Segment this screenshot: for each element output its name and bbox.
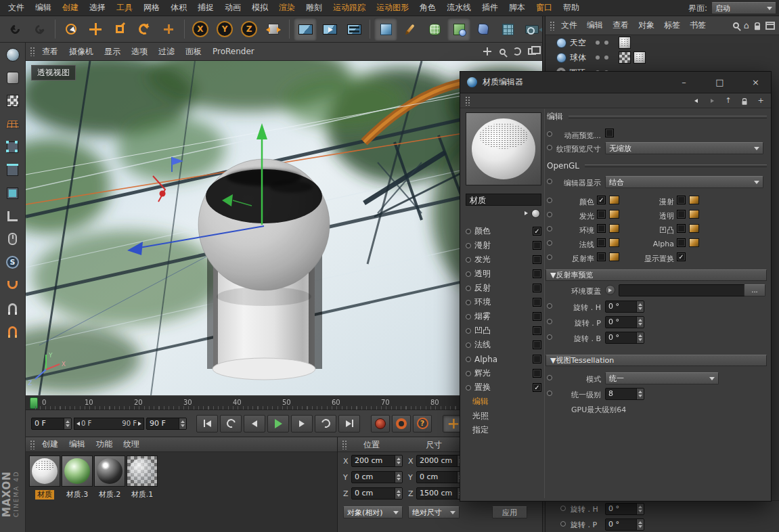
- rotation-p-input[interactable]: 0 °: [605, 316, 644, 328]
- gl-transparency-checkbox[interactable]: [677, 210, 686, 219]
- menu-sculpt[interactable]: 雕刻: [301, 0, 328, 16]
- redo-button[interactable]: [28, 18, 51, 41]
- points-mode-button[interactable]: [1, 136, 24, 158]
- rotation-b-input[interactable]: 0 °: [605, 332, 644, 344]
- gl-normal-checkbox[interactable]: [597, 238, 606, 247]
- interface-dropdown[interactable]: 启动: [711, 2, 776, 14]
- search-icon[interactable]: [733, 22, 739, 28]
- grip-icon[interactable]: [550, 21, 556, 30]
- channel-checkbox[interactable]: [533, 369, 541, 378]
- move-tool-button[interactable]: [84, 18, 107, 41]
- subdivision-surface-button[interactable]: [423, 18, 446, 41]
- env-override-expand-button[interactable]: [605, 285, 615, 295]
- close-button[interactable]: ×: [740, 72, 771, 93]
- tessellation-mode-dropdown[interactable]: 统一: [605, 372, 719, 384]
- displacement-tag[interactable]: [633, 51, 646, 64]
- channel-row-reflectance[interactable]: 反射: [466, 281, 541, 295]
- section-illumination[interactable]: 光照: [466, 409, 541, 423]
- menu-tools[interactable]: 工具: [111, 0, 138, 16]
- channel-checkbox[interactable]: [533, 340, 541, 349]
- scale-tool-button[interactable]: [108, 18, 131, 41]
- workplane-mode-button[interactable]: [1, 113, 24, 135]
- channel-row-normal[interactable]: 法线: [466, 338, 541, 352]
- rotation-p-input[interactable]: 0 °: [605, 518, 644, 531]
- channel-checkbox[interactable]: [533, 298, 541, 307]
- menu-edit[interactable]: 编辑: [30, 0, 57, 16]
- channel-row-diffusion[interactable]: 漫射: [466, 238, 541, 252]
- end-frame-input[interactable]: 90 F: [146, 418, 187, 430]
- render-picture-viewer-button[interactable]: [318, 18, 341, 41]
- animation-dot[interactable]: [560, 521, 566, 527]
- animation-dot[interactable]: [547, 334, 552, 340]
- material-thumbnail[interactable]: [94, 456, 125, 487]
- menu-file[interactable]: 文件: [3, 0, 30, 16]
- object-row-sky[interactable]: 天空: [546, 35, 779, 50]
- channel-row-environment[interactable]: 环境: [466, 295, 541, 309]
- gl-alpha-checkbox[interactable]: [677, 238, 686, 247]
- texture-preview-icon[interactable]: [689, 196, 699, 204]
- primitive-cube-button[interactable]: [374, 18, 397, 41]
- om-menu-edit[interactable]: 编辑: [583, 20, 607, 31]
- animation-dot[interactable]: [547, 179, 552, 184]
- texture-preview-icon[interactable]: [689, 210, 699, 219]
- coordinate-system-button[interactable]: [262, 18, 285, 41]
- viewport-menu-prorender[interactable]: ProRender: [208, 47, 259, 56]
- channel-row-glow[interactable]: 辉光: [466, 366, 541, 380]
- editor-visibility-dot[interactable]: [596, 41, 600, 45]
- texture-preview-size-dropdown[interactable]: 无缩放: [605, 142, 763, 154]
- apply-button[interactable]: 应用: [492, 506, 527, 518]
- toggle-view-button[interactable]: [526, 45, 538, 58]
- menu-select[interactable]: 选择: [84, 0, 111, 16]
- object-name[interactable]: 球体: [570, 52, 586, 64]
- environment-override-input[interactable]: [619, 284, 761, 296]
- om-menu-view[interactable]: 查看: [608, 20, 633, 31]
- size-mode-dropdown[interactable]: 绝对尺寸: [408, 506, 460, 518]
- menu-motion-tracker[interactable]: 运动跟踪: [328, 0, 371, 16]
- animation-dot[interactable]: [547, 198, 552, 203]
- rotate-view-button[interactable]: [511, 45, 523, 58]
- channel-checkbox[interactable]: [533, 269, 541, 278]
- material-name[interactable]: 材质.2: [97, 490, 123, 500]
- grip-icon[interactable]: [465, 96, 471, 106]
- viewport-menu-view[interactable]: 查看: [37, 46, 63, 58]
- animation-dot[interactable]: [547, 131, 552, 137]
- channel-row-displacement[interactable]: 置换✓: [466, 380, 541, 395]
- grip-icon[interactable]: [30, 440, 36, 449]
- frame-range-slider[interactable]: 0 F 90 F: [74, 418, 144, 430]
- material-thumbnail[interactable]: [62, 456, 93, 487]
- lock-icon[interactable]: [739, 95, 750, 106]
- channel-row-alpha[interactable]: Alpha: [466, 352, 541, 366]
- object-row-sphere[interactable]: 球体: [546, 50, 779, 65]
- menu-pipeline[interactable]: 流水线: [441, 0, 476, 16]
- render-view-button[interactable]: [294, 18, 317, 41]
- back-arrow-icon[interactable]: [690, 95, 701, 106]
- mm-menu-function[interactable]: 功能: [91, 439, 117, 450]
- animation-dot[interactable]: [547, 391, 552, 396]
- camera-light-button[interactable]: [520, 18, 543, 41]
- pan-view-button[interactable]: [481, 45, 493, 58]
- channel-checkbox[interactable]: [533, 355, 541, 363]
- playhead[interactable]: [30, 397, 38, 409]
- panel-menu-icon[interactable]: [765, 22, 775, 30]
- go-to-previous-frame-button[interactable]: [244, 415, 265, 433]
- y-axis-lock-button[interactable]: Y: [213, 18, 236, 41]
- dialog-titlebar[interactable]: 材质编辑器 – □ ×: [460, 72, 771, 93]
- mm-menu-texture[interactable]: 纹理: [118, 439, 144, 450]
- texture-tag[interactable]: [619, 37, 631, 49]
- go-to-end-button[interactable]: [338, 415, 360, 433]
- size-y-input[interactable]: 0 cm: [416, 471, 465, 483]
- om-menu-objects[interactable]: 对象: [634, 20, 659, 31]
- render-visibility-dot[interactable]: [604, 56, 608, 60]
- position-x-input[interactable]: 200 cm: [351, 455, 403, 467]
- menu-render[interactable]: 渲染: [273, 0, 301, 16]
- gl-diffusion-checkbox[interactable]: [677, 196, 686, 204]
- channel-checkbox[interactable]: [533, 326, 541, 335]
- go-to-next-key-button[interactable]: [315, 415, 336, 433]
- section-assign[interactable]: 指定: [466, 423, 541, 437]
- viewport-menu-display[interactable]: 显示: [99, 46, 125, 58]
- animation-dot[interactable]: [547, 212, 552, 217]
- channel-checkbox[interactable]: [533, 241, 541, 250]
- preview-expand-icon[interactable]: [525, 211, 528, 215]
- viewport-solo-button[interactable]: [1, 228, 24, 250]
- enable-axis-button[interactable]: [1, 205, 24, 227]
